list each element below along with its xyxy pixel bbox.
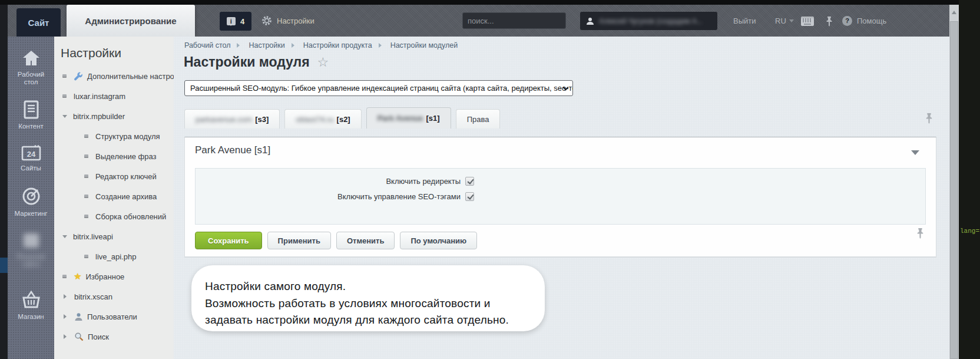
- logout-link[interactable]: Выйти: [733, 5, 756, 37]
- button-row: Сохранить Применить Отменить По умолчани…: [195, 232, 477, 249]
- option-row: Включить редиректы: [196, 177, 474, 186]
- help-button[interactable]: ? Помощь: [842, 5, 886, 37]
- rail-item-content[interactable]: Контент: [8, 100, 54, 130]
- breadcrumb-separator-icon: [237, 43, 242, 48]
- options-box: Включить редиректы Включить управление S…: [195, 168, 926, 225]
- triangle-expanded-icon: [62, 115, 67, 120]
- rail-item-store[interactable]: Магазин: [8, 291, 54, 321]
- rail-label: Контент: [10, 123, 52, 130]
- person-icon: [74, 312, 83, 321]
- background-code-panel: lang=': [959, 0, 980, 359]
- notification-count: 4: [240, 17, 244, 26]
- tooltip-line: Настройки самого модуля.: [205, 278, 527, 295]
- sidebar-item-module-structure[interactable]: Структура модуля: [54, 126, 174, 146]
- help-label: Помощь: [857, 17, 886, 25]
- rail-item-marketing[interactable]: Маркетинг: [8, 186, 54, 218]
- topbar-search[interactable]: [462, 12, 566, 29]
- tabs-pin-icon[interactable]: [925, 113, 933, 124]
- scrollbar-thumb[interactable]: [950, 21, 958, 359]
- rail-item-sites[interactable]: 24 Сайты: [8, 144, 54, 172]
- triangle-collapsed-icon: [64, 334, 69, 339]
- sidebar-item-updates-build[interactable]: Сборка обновлений: [54, 206, 174, 226]
- tab-site-code: [s2]: [337, 115, 350, 124]
- rail-label: Рабочий стол: [10, 71, 52, 86]
- notifications-button[interactable]: i 4: [220, 12, 251, 31]
- sidebar-item-search[interactable]: Поиск: [54, 327, 174, 347]
- chevron-down-icon: [789, 19, 794, 25]
- checkbox-enable-redirects[interactable]: [465, 177, 474, 186]
- sidebar-item-luxar-instagram[interactable]: luxar.instagram: [54, 86, 174, 106]
- breadcrumb-link[interactable]: Настройки: [249, 41, 284, 50]
- triangle-expanded-icon: [62, 235, 67, 241]
- search-input[interactable]: [463, 17, 576, 25]
- tooltip-line: задавать настройки модуля для каждого са…: [205, 312, 527, 329]
- sidebar-item-label: Выделение фраз: [95, 152, 156, 161]
- blurred-module-icon: [21, 232, 41, 249]
- tab-site-s3[interactable]: parkavenue.com [s3]: [184, 109, 280, 129]
- sidebar-item-bitrix-xscan[interactable]: bitrix.xscan: [54, 286, 174, 307]
- topbar-settings-button[interactable]: Настройки: [261, 5, 314, 37]
- user-icon: [586, 17, 594, 25]
- tab-site-name: parkavenue.com: [196, 115, 252, 124]
- sites-24-icon: 24: [21, 144, 41, 161]
- collapse-arrow-icon[interactable]: [911, 150, 919, 159]
- favorite-star-icon[interactable]: ☆: [317, 55, 329, 70]
- tab-administration[interactable]: Администрирование: [67, 5, 195, 37]
- breadcrumb-link[interactable]: Рабочий стол: [184, 41, 230, 50]
- option-label: Включить управление SEO-тэгами: [196, 192, 461, 201]
- tab-label: Права: [467, 115, 489, 124]
- panel-title: Park Avenue [s1]: [195, 144, 270, 156]
- sidebar-item-label: luxar.instagram: [74, 92, 125, 101]
- sidebar-item-favorites[interactable]: ★ Избранное: [54, 266, 174, 286]
- sidebar-item-label: Поиск: [88, 332, 109, 341]
- bullet-icon: [84, 215, 88, 218]
- sidebar-item-archive-create[interactable]: Создание архива: [54, 186, 174, 206]
- sidebar-item-key-editor[interactable]: Редактор ключей: [54, 166, 174, 186]
- sidebar-item-live-api-php[interactable]: live_api.php: [54, 246, 174, 266]
- page-scrollbar[interactable]: [949, 5, 959, 359]
- panel-pin-icon[interactable]: [916, 228, 924, 239]
- apply-button[interactable]: Применить: [267, 232, 331, 249]
- rail-item-desktop[interactable]: Рабочий стол: [8, 50, 54, 86]
- sidebar-item-bitrix-liveapi[interactable]: bitrix.liveapi: [54, 226, 174, 246]
- sidebar-item-additional-settings[interactable]: Дополнительные настройки: [54, 66, 174, 86]
- question-icon: ?: [842, 16, 852, 26]
- tab-site[interactable]: Сайт: [16, 8, 61, 37]
- bullet-icon: [84, 174, 88, 178]
- sidebar-item-label: bitrix.xscan: [74, 292, 112, 301]
- rail-item-blurred[interactable]: Решения сайта: [8, 232, 54, 268]
- tab-site-s1[interactable]: Park Avenue [s1]: [366, 107, 451, 129]
- gear-icon: [261, 15, 272, 26]
- code-fragment: lang=': [960, 228, 980, 235]
- info-bubble-icon: i: [227, 17, 236, 25]
- triangle-collapsed-icon: [64, 294, 69, 299]
- topbar-settings-label: Настройки: [277, 17, 314, 25]
- target-icon: [21, 186, 41, 206]
- bullet-icon: [84, 154, 88, 158]
- user-name: Алексей Чугунов (создадим А...: [599, 17, 703, 25]
- breadcrumb-separator-icon: [379, 43, 384, 48]
- home-icon: [21, 50, 42, 67]
- default-button[interactable]: По умолчанию: [400, 232, 477, 249]
- module-select[interactable]: Расширенный SEO-модуль: Гибкое управлени…: [184, 80, 573, 96]
- hotkeys-keyboard-icon[interactable]: [801, 17, 814, 26]
- tab-rights[interactable]: Права: [456, 109, 501, 129]
- checkbox-enable-seo-tags[interactable]: [465, 192, 474, 201]
- sidebar-item-label: Избранное: [85, 272, 124, 281]
- language-dropdown[interactable]: RU: [775, 5, 794, 37]
- triangle-collapsed-icon: [64, 314, 69, 319]
- sidebar-item-users[interactable]: Пользователи: [54, 307, 174, 327]
- user-menu[interactable]: Алексей Чугунов (создадим А...: [580, 12, 717, 30]
- tooltip-line: Возможность работать в условиях многосай…: [205, 295, 527, 312]
- scroll-up-arrow-icon[interactable]: [952, 8, 956, 14]
- topbar-pin-icon[interactable]: [826, 16, 833, 27]
- breadcrumb-link[interactable]: Настройки модулей: [390, 41, 458, 50]
- sidebar-item-label: Редактор ключей: [95, 172, 157, 181]
- tab-site-s2[interactable]: oblast74.ru [s2]: [284, 109, 361, 129]
- sidebar-item-bitrix-mpbuilder[interactable]: bitrix.mpbuilder: [54, 106, 174, 126]
- sidebar-item-phrase-highlight[interactable]: Выделение фраз: [54, 146, 174, 166]
- save-button[interactable]: Сохранить: [195, 232, 262, 249]
- breadcrumb-link[interactable]: Настройки продукта: [303, 41, 372, 50]
- page-title: Настройки модуля ☆: [184, 54, 329, 70]
- cancel-button[interactable]: Отменить: [336, 232, 395, 249]
